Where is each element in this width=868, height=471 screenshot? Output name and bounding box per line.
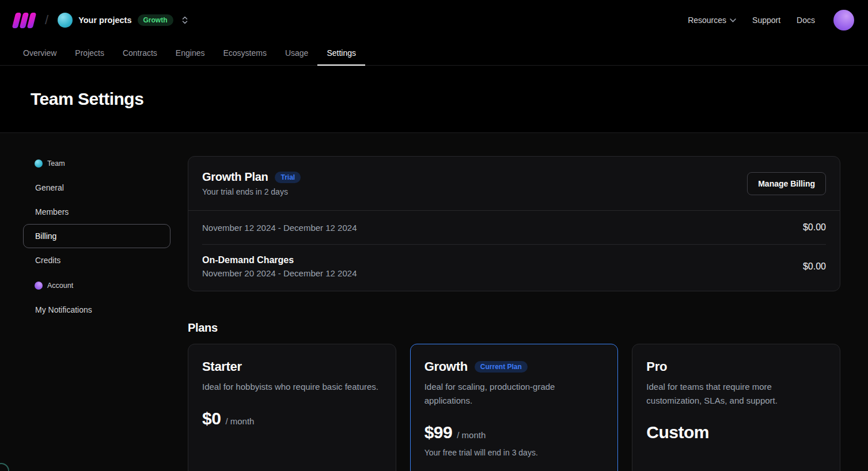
billing-period-row: November 12 2024 - December 12 2024 $0.0…: [188, 211, 840, 244]
plan-price: $99: [424, 423, 453, 442]
sidebar-item-credits[interactable]: Credits: [23, 248, 170, 272]
plan-description: Ideal for teams that require more custom…: [646, 380, 826, 408]
ondemand-period: November 20 2024 - December 12 2024: [202, 268, 357, 278]
plan-card-starter: Starter Ideal for hobbyists who require …: [188, 344, 396, 471]
plan-trial-note: Your free trial will end in 3 days.: [424, 448, 604, 457]
thirdweb-logo[interactable]: [14, 13, 35, 28]
sidebar-section-label: Account: [47, 282, 73, 290]
plans-grid: Starter Ideal for hobbyists who require …: [188, 344, 840, 471]
sidebar-item-general[interactable]: General: [23, 176, 170, 200]
page-title: Team Settings: [31, 89, 143, 109]
tab-overview[interactable]: Overview: [14, 40, 66, 65]
plan-price-suffix: / month: [225, 416, 254, 426]
chevron-up-down-icon[interactable]: [180, 16, 189, 25]
plan-price: $0: [202, 409, 221, 428]
account-dot-icon: [35, 282, 43, 290]
support-link[interactable]: Support: [752, 16, 780, 25]
tab-usage[interactable]: Usage: [276, 40, 317, 65]
plan-name: Starter: [202, 359, 242, 374]
ondemand-amount: $0.00: [803, 261, 826, 272]
user-avatar[interactable]: [833, 10, 854, 31]
team-dot-icon: [35, 159, 43, 168]
manage-billing-button[interactable]: Manage Billing: [747, 172, 826, 195]
billing-main: Growth Plan Trial Your trial ends in 2 d…: [188, 156, 840, 471]
plan-description: Ideal for scaling, production-grade appl…: [424, 380, 604, 408]
plan-description: Ideal for hobbyists who require basic fe…: [202, 380, 382, 394]
plan-card-pro: Pro Ideal for teams that require more cu…: [632, 344, 840, 471]
sidebar-item-billing[interactable]: Billing: [23, 224, 170, 248]
current-plan-title: Growth Plan: [202, 170, 268, 184]
plans-heading: Plans: [188, 321, 840, 335]
content: Team General Members Billing Credits Acc…: [0, 133, 868, 471]
billing-period-amount: $0.00: [803, 222, 826, 233]
current-plan-badge: Current Plan: [475, 361, 528, 373]
plan-name: Growth: [424, 359, 468, 374]
team-name[interactable]: Your projects: [78, 16, 131, 25]
billing-card: Growth Plan Trial Your trial ends in 2 d…: [188, 156, 840, 291]
plan-price-suffix: / month: [457, 430, 486, 440]
ondemand-title: On-Demand Charges: [202, 255, 357, 265]
plan-name: Pro: [646, 359, 667, 374]
team-plan-badge: Growth: [138, 14, 173, 26]
sidebar-section-label: Team: [47, 159, 65, 168]
ondemand-charges-row: On-Demand Charges November 20 2024 - Dec…: [188, 245, 840, 291]
plan-card-growth: Growth Current Plan Ideal for scaling, p…: [410, 344, 619, 471]
tab-contracts[interactable]: Contracts: [113, 40, 166, 65]
tab-settings[interactable]: Settings: [317, 40, 365, 65]
trial-subtitle: Your trial ends in 2 days: [202, 187, 301, 196]
chevron-down-icon: [730, 18, 736, 22]
plan-price: Custom: [646, 423, 709, 442]
settings-sidebar: Team General Members Billing Credits Acc…: [23, 156, 170, 471]
resources-label: Resources: [688, 16, 726, 25]
title-band: Team Settings: [0, 66, 868, 133]
main-tabbar: Overview Projects Contracts Engines Ecos…: [0, 40, 868, 66]
sidebar-section-team: Team: [23, 156, 170, 171]
billing-period: November 12 2024 - December 12 2024: [202, 223, 357, 233]
header-nav: Resources Support Docs: [688, 10, 854, 31]
tab-projects[interactable]: Projects: [66, 40, 113, 65]
resources-menu[interactable]: Resources: [688, 16, 736, 25]
breadcrumb-separator: /: [45, 13, 48, 28]
sidebar-item-my-notifications[interactable]: My Notifications: [23, 298, 170, 322]
top-header: / Your projects Growth Resources Support…: [0, 0, 868, 40]
sidebar-section-account: Account: [23, 278, 170, 293]
docs-link[interactable]: Docs: [797, 16, 815, 25]
sidebar-item-members[interactable]: Members: [23, 200, 170, 224]
billing-card-header: Growth Plan Trial Your trial ends in 2 d…: [188, 157, 840, 211]
team-avatar[interactable]: [58, 13, 73, 28]
tab-ecosystems[interactable]: Ecosystems: [214, 40, 275, 65]
trial-badge: Trial: [275, 172, 301, 183]
tab-engines[interactable]: Engines: [166, 40, 214, 65]
